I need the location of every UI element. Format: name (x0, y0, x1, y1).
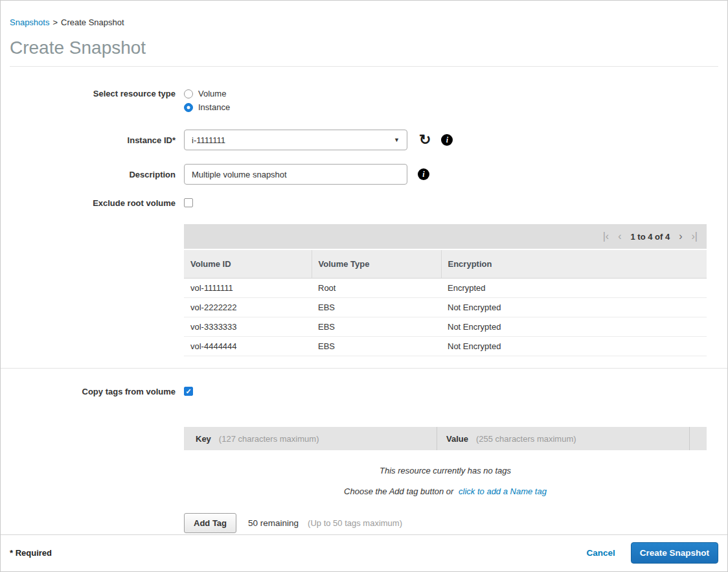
section-divider (1, 368, 727, 369)
volume-id-cell: vol-3333333 (184, 317, 312, 337)
first-page-icon[interactable]: |‹ (603, 231, 609, 242)
breadcrumb-current: Create Snapshot (61, 17, 124, 27)
tags-key-header: Key (196, 434, 211, 444)
volume-type-cell: Root (312, 279, 441, 298)
resource-type-row: Select resource type Volume Instance (1, 89, 727, 116)
encryption-cell: Encrypted (441, 279, 707, 298)
radio-instance-label: Instance (198, 102, 230, 112)
next-page-icon[interactable]: › (679, 231, 682, 242)
resource-type-label: Select resource type (1, 89, 176, 98)
tags-table-header: Key (127 characters maximum) Value (255 … (184, 427, 707, 450)
description-row: Description i (1, 164, 727, 185)
create-snapshot-page: Snapshots>Create Snapshot Create Snapsho… (0, 0, 728, 572)
encryption-cell: Not Encrypted (441, 337, 707, 356)
column-header-volume-type: Volume Type (312, 250, 441, 279)
column-header-volume-id: Volume ID (184, 250, 312, 279)
volume-type-cell: EBS (312, 298, 441, 317)
volume-id-cell: vol-2222222 (184, 298, 312, 317)
instance-id-select[interactable]: i-1111111 ▼ (184, 130, 407, 150)
tags-empty-message: This resource currently has no tags (184, 466, 707, 475)
volume-id-cell: vol-1111111 (184, 279, 312, 298)
copy-tags-row: Copy tags from volume ✓ (1, 387, 727, 396)
volume-id-cell: vol-4444444 (184, 337, 312, 356)
breadcrumb-link-snapshots[interactable]: Snapshots (10, 17, 49, 27)
footer-bar: * Required Cancel Create Snapshot (1, 534, 727, 571)
description-info-icon[interactable]: i (418, 168, 429, 180)
tags-section: Key (127 characters maximum) Value (255 … (184, 427, 707, 533)
cancel-button[interactable]: Cancel (586, 548, 615, 558)
description-input[interactable] (184, 164, 407, 185)
create-snapshot-button[interactable]: Create Snapshot (631, 542, 718, 564)
tags-value-hint: (255 characters maximum) (476, 434, 576, 444)
check-icon: ✓ (185, 388, 191, 395)
volume-type-cell: EBS (312, 337, 441, 356)
tags-prompt: Choose the Add tag button or click to ad… (184, 486, 707, 496)
table-row: vol-4444444 EBS Not Encrypted (184, 337, 707, 356)
tags-max-hint: (Up to 50 tags maximum) (308, 518, 402, 528)
tags-actions-column (689, 427, 707, 450)
radio-volume-icon (184, 89, 193, 98)
radio-option-instance[interactable]: Instance (184, 102, 230, 112)
tags-prompt-text: Choose the Add tag button or (344, 486, 453, 496)
exclude-root-label: Exclude root volume (1, 198, 176, 208)
volumes-table-section: |‹ ‹ 1 to 4 of 4 › ›| Volume ID Volume T… (184, 224, 707, 356)
refresh-icon[interactable]: ↻ (419, 133, 431, 147)
page-title: Create Snapshot (1, 27, 727, 66)
instance-id-info-icon[interactable]: i (441, 134, 453, 146)
pagination-bar: |‹ ‹ 1 to 4 of 4 › ›| (184, 224, 707, 249)
prev-page-icon[interactable]: ‹ (618, 231, 621, 242)
add-tag-row: Add Tag 50 remaining (Up to 50 tags maxi… (184, 513, 707, 533)
encryption-cell: Not Encrypted (441, 317, 707, 337)
pagination-label: 1 to 4 of 4 (631, 232, 670, 242)
tags-remaining-count: 50 remaining (248, 518, 299, 528)
table-row: vol-2222222 EBS Not Encrypted (184, 298, 707, 317)
radio-instance-icon (184, 103, 193, 112)
encryption-cell: Not Encrypted (441, 298, 707, 317)
table-row: vol-3333333 EBS Not Encrypted (184, 317, 707, 337)
copy-tags-checkbox[interactable]: ✓ (184, 387, 193, 396)
add-name-tag-link[interactable]: click to add a Name tag (459, 486, 547, 496)
instance-id-label: Instance ID* (1, 130, 176, 145)
snapshot-form: Select resource type Volume Instance Ins… (1, 67, 727, 222)
description-label: Description (1, 164, 176, 179)
instance-id-value: i-1111111 (192, 135, 225, 145)
volumes-table: Volume ID Volume Type Encryption vol-111… (184, 250, 707, 356)
exclude-root-volume-checkbox[interactable] (184, 198, 193, 207)
exclude-root-row: Exclude root volume (1, 198, 727, 208)
chevron-down-icon: ▼ (394, 137, 400, 143)
breadcrumb-separator: > (52, 17, 58, 27)
add-tag-button[interactable]: Add Tag (184, 513, 236, 533)
radio-volume-label: Volume (198, 89, 226, 98)
instance-id-row: Instance ID* i-1111111 ▼ ↻ i (1, 130, 727, 150)
tags-key-hint: (127 characters maximum) (219, 434, 319, 444)
breadcrumb: Snapshots>Create Snapshot (1, 1, 727, 27)
required-note: * Required (10, 548, 52, 558)
radio-option-volume[interactable]: Volume (184, 89, 226, 98)
copy-tags-label: Copy tags from volume (1, 387, 176, 396)
tags-value-header: Value (446, 434, 468, 444)
volume-type-cell: EBS (312, 317, 441, 337)
table-row: vol-1111111 Root Encrypted (184, 279, 707, 298)
volumes-table-header-row: Volume ID Volume Type Encryption (184, 250, 707, 279)
last-page-icon[interactable]: ›| (692, 231, 698, 242)
column-header-encryption: Encryption (441, 250, 707, 279)
